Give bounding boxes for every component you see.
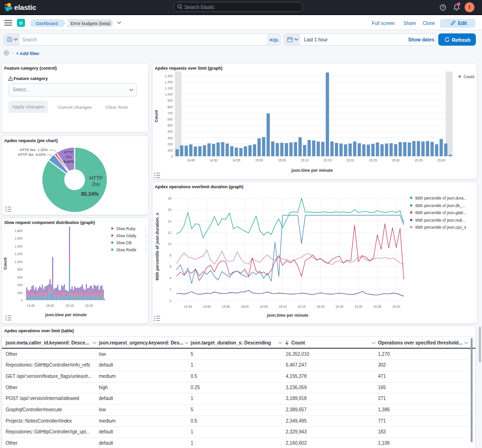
- svg-text:1,200: 1,200: [15, 252, 23, 256]
- svg-text:1,800: 1,800: [15, 229, 23, 232]
- svg-text:15:10: 15:10: [301, 159, 309, 162]
- svg-text:15:25: 15:25: [369, 159, 377, 162]
- svg-text:600: 600: [168, 118, 173, 121]
- svg-text:15:10: 15:10: [279, 305, 287, 308]
- svg-text:json.time per minute: json.time per minute: [45, 312, 87, 317]
- svg-text:14:55: 14:55: [233, 159, 241, 162]
- svg-text:600: 600: [17, 276, 23, 279]
- svg-text:1,000: 1,000: [165, 93, 173, 96]
- svg-text:14:55: 14:55: [222, 305, 230, 308]
- svg-text:0: 0: [21, 299, 23, 302]
- svg-text:100: 100: [168, 149, 173, 152]
- svg-text:15:00: 15:00: [241, 305, 249, 308]
- svg-text:15:30: 15:30: [392, 159, 400, 162]
- svg-text:400: 400: [17, 283, 23, 287]
- svg-text:14:45: 14:45: [187, 159, 195, 162]
- svg-text:900: 900: [168, 99, 173, 102]
- svg-text:16: 16: [168, 208, 171, 211]
- svg-text:15:30: 15:30: [85, 304, 93, 307]
- svg-text:1,200: 1,200: [165, 80, 173, 84]
- svg-text:15:35: 15:35: [414, 159, 422, 162]
- svg-text:14:45: 14:45: [184, 305, 192, 308]
- svg-text:15:40: 15:40: [437, 159, 445, 162]
- svg-text:1,100: 1,100: [165, 87, 173, 90]
- svg-text:800: 800: [168, 105, 173, 109]
- svg-text:HTTP 4xx 1.32%: HTTP 4xx 1.32%: [20, 148, 48, 152]
- svg-text:4: 4: [169, 276, 171, 280]
- svg-text:10: 10: [168, 242, 171, 246]
- svg-text:15:00: 15:00: [46, 304, 54, 307]
- svg-text:9.42%: 9.42%: [64, 160, 74, 164]
- svg-text:json.time per minute: json.time per minute: [266, 313, 308, 318]
- svg-text:HTTP: HTTP: [89, 175, 103, 181]
- svg-text:15:20: 15:20: [316, 305, 324, 308]
- svg-text:Count: Count: [3, 257, 8, 270]
- svg-text:15:15: 15:15: [323, 159, 331, 162]
- svg-text:95th percentile of json.durati: 95th percentile of json.duration_s: [155, 213, 160, 280]
- svg-text:1,400: 1,400: [15, 245, 23, 248]
- svg-text:Count: Count: [154, 110, 159, 122]
- svg-text:500: 500: [168, 124, 173, 127]
- svg-text:8: 8: [169, 254, 171, 257]
- svg-text:14: 14: [168, 220, 171, 223]
- svg-text:800: 800: [17, 268, 23, 271]
- svg-text:1,300: 1,300: [165, 74, 173, 78]
- svg-text:5xx: 5xx: [66, 155, 72, 159]
- svg-text:2: 2: [169, 288, 171, 291]
- svg-text:1,600: 1,600: [15, 237, 23, 240]
- svg-text:json.time per minute: json.time per minute: [291, 168, 333, 173]
- svg-text:300: 300: [168, 136, 173, 140]
- svg-text:18: 18: [168, 197, 171, 200]
- svg-text:1,000: 1,000: [15, 260, 23, 264]
- svg-text:700: 700: [168, 112, 173, 115]
- svg-text:15:30: 15:30: [354, 305, 362, 308]
- svg-text:15:40: 15:40: [392, 305, 400, 308]
- svg-text:HTTP 3xx 4.02%: HTTP 3xx 4.02%: [18, 152, 46, 157]
- svg-text:14:50: 14:50: [203, 305, 211, 308]
- svg-text:15:15: 15:15: [65, 304, 73, 307]
- svg-text:85.24%: 85.24%: [81, 191, 99, 197]
- svg-text:0: 0: [171, 155, 173, 158]
- svg-text:15:05: 15:05: [260, 305, 268, 308]
- svg-text:12: 12: [168, 231, 171, 234]
- svg-text:400: 400: [168, 130, 173, 133]
- svg-text:200: 200: [17, 291, 23, 295]
- svg-text:14:50: 14:50: [209, 159, 217, 162]
- svg-text:200: 200: [168, 143, 173, 146]
- svg-text:15:05: 15:05: [278, 159, 286, 162]
- svg-text:15:00: 15:00: [255, 159, 263, 162]
- svg-text:14:45: 14:45: [27, 304, 35, 307]
- svg-text:0: 0: [169, 299, 171, 303]
- svg-text:15:15: 15:15: [297, 305, 305, 308]
- svg-text:6: 6: [169, 265, 171, 268]
- svg-text:2xx: 2xx: [92, 181, 100, 187]
- svg-text:15:20: 15:20: [346, 159, 354, 162]
- svg-text:HTTP: HTTP: [64, 150, 74, 154]
- svg-text:15:35: 15:35: [373, 305, 381, 308]
- svg-text:15:25: 15:25: [336, 305, 344, 308]
